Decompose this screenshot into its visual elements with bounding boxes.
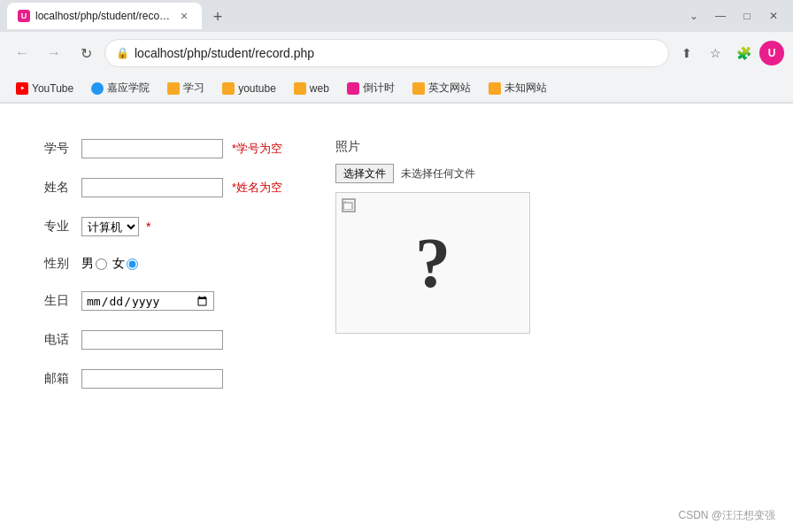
- bookmark-youtube[interactable]: YouTube: [9, 80, 81, 97]
- bookmark-study[interactable]: 学习: [160, 78, 212, 98]
- minimize-btn[interactable]: —: [708, 4, 733, 28]
- phone-row: 电话: [44, 330, 282, 350]
- form-grid: 学号 *学号为空 姓名 *姓名为空 专业 计算机 * 性别: [44, 139, 749, 408]
- major-row: 专业 计算机 *: [44, 217, 282, 236]
- bookmark-unknown-label: 未知网站: [504, 81, 547, 96]
- extension-icon[interactable]: 🧩: [731, 41, 756, 66]
- gender-female-label: 女: [112, 256, 125, 272]
- gender-label: 性别: [44, 256, 76, 272]
- bookmarks-bar: YouTube 嘉应学院 学习 youtube web: [0, 74, 793, 103]
- name-input[interactable]: [81, 178, 223, 197]
- birthday-label: 生日: [44, 293, 76, 309]
- svg-rect-5: [413, 86, 424, 93]
- svg-rect-7: [343, 203, 352, 210]
- url-actions: ⬆ ☆ 🧩 U: [674, 41, 784, 66]
- youtube2-folder-icon: [222, 82, 235, 95]
- reload-btn[interactable]: ↻: [73, 40, 99, 66]
- major-select[interactable]: 计算机: [81, 217, 139, 236]
- bookmark-unknown[interactable]: 未知网站: [481, 78, 554, 98]
- web-folder-icon: [294, 82, 306, 95]
- no-file-text: 未选择任何文件: [401, 166, 475, 181]
- footer-text: CSDN @汪汪想变强: [678, 509, 775, 511]
- forward-btn[interactable]: →: [41, 40, 67, 66]
- bookmark-study-label: 学习: [183, 81, 204, 96]
- bookmark-youtube2[interactable]: youtube: [215, 80, 283, 97]
- gender-female-radio[interactable]: [127, 258, 138, 270]
- chevron-down-btn[interactable]: ⌄: [681, 4, 706, 28]
- student-id-row: 学号 *学号为空: [44, 139, 282, 158]
- address-bar: ← → ↻ 🔒 localhost/php/student/record.php…: [0, 32, 793, 74]
- bookmark-countdown[interactable]: 倒计时: [340, 78, 402, 98]
- bookmark-web[interactable]: web: [287, 80, 336, 97]
- bookmark-youtube2-label: youtube: [238, 82, 276, 95]
- page-content: 学号 *学号为空 姓名 *姓名为空 专业 计算机 * 性别: [0, 104, 793, 511]
- gender-male-radio[interactable]: [96, 258, 107, 270]
- url-text: localhost/php/student/record.php: [135, 46, 658, 60]
- bookmark-star-icon[interactable]: ☆: [703, 41, 728, 66]
- page-footer: CSDN @汪汪想变强: [678, 508, 775, 511]
- unknown-folder-icon: [489, 82, 501, 95]
- maximize-btn[interactable]: □: [735, 4, 759, 28]
- tab-favicon: U: [18, 10, 30, 22]
- url-box[interactable]: 🔒 localhost/php/student/record.php: [104, 39, 669, 67]
- study-folder-icon: [167, 82, 180, 95]
- svg-rect-6: [489, 86, 500, 93]
- email-row: 邮箱: [44, 369, 282, 389]
- name-row: 姓名 *姓名为空: [44, 178, 282, 197]
- gender-male-option: 男: [81, 256, 107, 272]
- name-error: *姓名为空: [232, 180, 282, 196]
- back-btn[interactable]: ←: [9, 40, 35, 66]
- form-left: 学号 *学号为空 姓名 *姓名为空 专业 计算机 * 性别: [44, 139, 282, 408]
- svg-rect-3: [223, 86, 234, 93]
- gender-male-label: 男: [81, 256, 94, 272]
- photo-section: 照片 选择文件 未选择任何文件 ?: [335, 139, 530, 408]
- email-input[interactable]: [81, 369, 223, 389]
- window-controls: ⌄ — □ ✕: [681, 4, 786, 28]
- bookmark-english[interactable]: 英文网站: [405, 78, 478, 98]
- youtube-icon: [16, 82, 28, 95]
- tab-title: localhost/php/student/record...: [35, 10, 172, 22]
- bookmark-web-label: web: [310, 82, 329, 95]
- broken-image-icon: [342, 198, 356, 212]
- bookmark-english-label: 英文网站: [428, 81, 471, 96]
- choose-file-btn[interactable]: 选择文件: [335, 164, 394, 183]
- english-folder-icon: [412, 82, 425, 95]
- profile-btn[interactable]: U: [759, 41, 784, 66]
- bookmark-countdown-label: 倒计时: [363, 81, 395, 96]
- birthday-row: 生日: [44, 291, 282, 311]
- new-tab-btn[interactable]: +: [205, 4, 230, 29]
- photo-label: 照片: [335, 139, 530, 155]
- gender-female-option: 女: [112, 256, 138, 272]
- student-id-input[interactable]: [81, 139, 223, 158]
- browser-tab[interactable]: U localhost/php/student/record... ×: [7, 3, 202, 29]
- student-id-label: 学号: [44, 141, 76, 157]
- jiaying-icon: [91, 82, 104, 95]
- lock-icon: 🔒: [116, 47, 129, 59]
- major-required-star: *: [146, 220, 150, 234]
- tab-close-btn[interactable]: ×: [177, 9, 191, 23]
- tab-area: U localhost/php/student/record... × +: [7, 3, 674, 29]
- bookmark-youtube-label: YouTube: [32, 82, 73, 95]
- bookmark-jiaying-label: 嘉应学院: [107, 81, 150, 96]
- question-mark: ?: [415, 223, 450, 304]
- birthday-input[interactable]: [81, 291, 214, 311]
- bookmark-jiaying[interactable]: 嘉应学院: [84, 78, 157, 98]
- svg-rect-4: [295, 86, 305, 93]
- title-bar: U localhost/php/student/record... × + ⌄ …: [0, 0, 793, 32]
- name-label: 姓名: [44, 180, 76, 196]
- browser-chrome: U localhost/php/student/record... × + ⌄ …: [0, 0, 793, 104]
- svg-rect-2: [168, 86, 179, 93]
- email-label: 邮箱: [44, 371, 76, 387]
- file-input-row: 选择文件 未选择任何文件: [335, 164, 530, 183]
- phone-label: 电话: [44, 332, 76, 348]
- photo-preview: ?: [335, 192, 530, 334]
- major-label: 专业: [44, 219, 76, 235]
- phone-input[interactable]: [81, 330, 223, 350]
- student-id-error: *学号为空: [232, 141, 282, 157]
- countdown-icon: [347, 82, 359, 95]
- window-close-btn[interactable]: ✕: [761, 4, 786, 28]
- gender-row: 性别 男 女: [44, 256, 282, 272]
- share-icon[interactable]: ⬆: [674, 41, 699, 66]
- gender-options: 男 女: [81, 256, 138, 272]
